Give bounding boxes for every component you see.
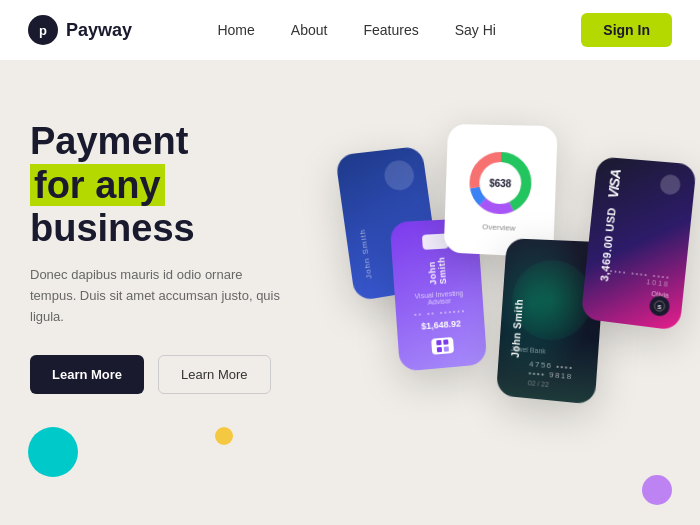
navbar: p Payway Home About Features Say Hi Sign… — [0, 0, 700, 60]
nav-links: Home About Features Say Hi — [217, 21, 495, 39]
circle-purple-decor — [642, 475, 672, 505]
logo-icon: p — [28, 15, 58, 45]
card-donut: $638 Overview — [444, 124, 558, 258]
learn-more-primary-button[interactable]: Learn More — [30, 355, 144, 394]
visa-brand: VISA — [605, 169, 683, 204]
card-blue-name: John Smith — [358, 228, 374, 279]
signin-button[interactable]: Sign In — [581, 13, 672, 47]
svg-rect-8 — [444, 346, 449, 351]
nav-about[interactable]: About — [291, 22, 328, 38]
logo: p Payway — [28, 15, 132, 45]
hero-title: Payment for any business — [30, 120, 330, 251]
hero-subtitle: Donec dapibus mauris id odio ornare temp… — [30, 265, 290, 327]
card-amount: $1,648.92 — [421, 318, 461, 331]
svg-text:S: S — [657, 304, 662, 311]
hero-buttons: Learn More Learn More — [30, 355, 330, 394]
circle-yellow-decor — [215, 427, 233, 445]
card-dark-number: 4756 •••• •••• 9818 — [528, 359, 585, 382]
svg-rect-7 — [437, 347, 442, 352]
donut-amount: $638 — [489, 177, 512, 189]
card-number: •• •• •••••• — [414, 307, 466, 318]
donut-label: Overview — [482, 222, 516, 232]
svg-rect-5 — [436, 340, 441, 345]
circle-teal-decor — [28, 427, 78, 477]
hero-left: Payment for any business Donec dapibus m… — [30, 110, 330, 394]
card-visa: VISA 3,469.00 USD •••• •••• •••• 1018 Ol… — [581, 156, 697, 331]
donut-chart: $638 — [464, 147, 536, 219]
nav-sayhi[interactable]: Say Hi — [455, 22, 496, 38]
card-logo — [431, 337, 454, 355]
card-bank-name: Jewel Bank — [511, 345, 587, 358]
logo-text: Payway — [66, 20, 132, 41]
card-holder-name: John Smith — [426, 256, 448, 285]
card-role: Visual Investing Advisor — [405, 288, 473, 307]
learn-more-secondary-button[interactable]: Learn More — [158, 355, 270, 394]
svg-rect-6 — [443, 339, 448, 344]
hero-section: Payment for any business Donec dapibus m… — [0, 60, 700, 525]
visa-logo-icon: S — [653, 299, 666, 312]
nav-home[interactable]: Home — [217, 22, 254, 38]
cards-area: John Smith $638 Overview John Smit — [330, 100, 670, 520]
logo-icon-card — [435, 338, 450, 353]
nav-features[interactable]: Features — [363, 22, 418, 38]
